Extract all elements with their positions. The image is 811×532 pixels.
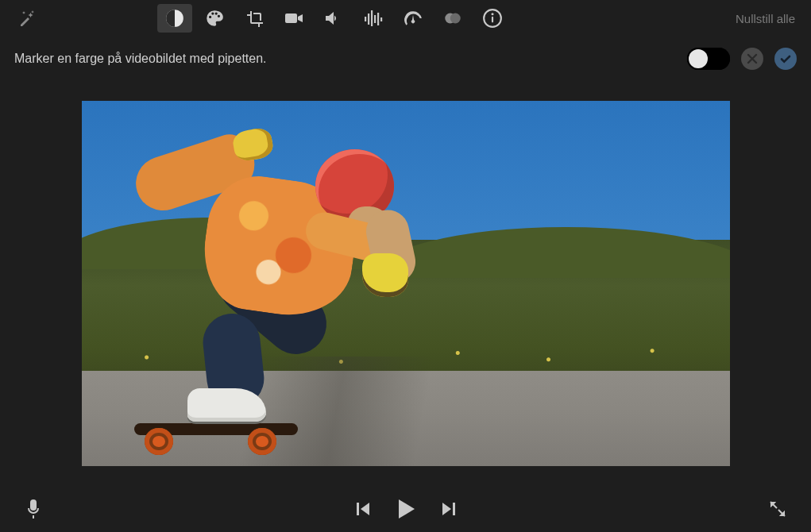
crop-button[interactable] [237, 4, 272, 33]
svg-rect-1 [285, 13, 297, 23]
reset-all-button[interactable]: Nullstill alle [729, 9, 801, 29]
accept-button[interactable] [774, 48, 797, 70]
correction-toggle[interactable] [687, 48, 730, 70]
svg-rect-15 [453, 503, 455, 515]
adjustment-subbar: Marker en farge på videobildet med pipet… [0, 37, 811, 81]
volume-button[interactable] [316, 4, 351, 33]
svg-rect-4 [371, 10, 373, 26]
svg-rect-6 [377, 13, 379, 25]
viewer-area [0, 81, 811, 486]
magic-wand-icon [17, 9, 37, 28]
stabilize-button[interactable] [276, 4, 311, 33]
svg-rect-11 [492, 17, 493, 23]
overlap-circles-icon [442, 8, 463, 29]
color-correction-button[interactable] [197, 4, 232, 33]
crop-icon [245, 9, 264, 28]
speedometer-icon [403, 8, 423, 29]
filter-button[interactable] [435, 4, 470, 33]
instruction-text: Marker en farge på videobildet med pipet… [14, 52, 676, 66]
cancel-button[interactable] [741, 48, 763, 70]
close-icon [746, 52, 759, 65]
speed-button[interactable] [396, 4, 431, 33]
svg-point-9 [450, 13, 461, 24]
color-balance-button[interactable] [157, 4, 192, 33]
skip-back-icon [354, 500, 372, 518]
playback-bar [0, 486, 811, 532]
svg-rect-2 [365, 17, 366, 21]
fullscreen-button[interactable] [762, 499, 794, 519]
svg-rect-13 [30, 499, 37, 511]
info-icon [482, 8, 503, 29]
previous-frame-button[interactable] [354, 500, 372, 518]
check-icon [779, 52, 792, 65]
noise-reduction-button[interactable] [356, 4, 391, 33]
svg-rect-5 [374, 15, 376, 23]
info-button[interactable] [475, 4, 510, 33]
palette-icon [204, 8, 225, 29]
next-frame-button[interactable] [440, 500, 458, 518]
inspector-toolbar: Nullstill alle [0, 0, 811, 37]
toggle-knob [689, 49, 708, 68]
expand-icon [768, 499, 787, 519]
skip-forward-icon [440, 500, 458, 518]
magic-wand-button[interactable] [10, 4, 44, 33]
svg-point-12 [491, 13, 493, 15]
svg-rect-14 [357, 503, 359, 515]
video-camera-icon [284, 10, 304, 27]
voiceover-button[interactable] [17, 499, 49, 519]
scene-skater [127, 119, 484, 455]
svg-rect-7 [380, 17, 382, 21]
equalizer-icon [363, 9, 384, 28]
play-button[interactable] [396, 498, 416, 520]
play-icon [396, 498, 416, 520]
svg-rect-3 [368, 13, 369, 25]
color-balance-icon [164, 8, 185, 29]
speaker-icon [323, 9, 344, 28]
microphone-icon [25, 499, 41, 519]
video-preview[interactable] [82, 101, 730, 466]
